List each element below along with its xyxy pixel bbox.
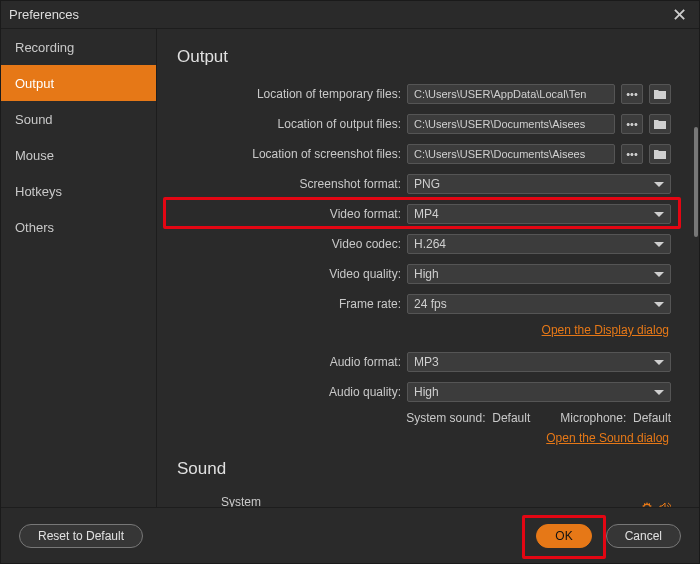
open-sound-dialog-link[interactable]: Open the Sound dialog: [546, 431, 669, 445]
sound-status-row: System sound: Default Microphone: Defaul…: [177, 411, 671, 425]
input-screenshot-location[interactable]: [407, 144, 615, 164]
label-audio-format: Audio format:: [177, 355, 407, 369]
chevron-down-icon: [654, 212, 664, 217]
row-audio-quality: Audio quality: High: [177, 381, 671, 403]
system-sound-status: System sound: Default: [406, 411, 530, 425]
ctrl-screenshot-format: PNG: [407, 174, 671, 194]
window-title: Preferences: [9, 7, 79, 22]
chevron-down-icon: [654, 182, 664, 187]
value-microphone: Default: [633, 411, 671, 425]
label-video-format: Video format:: [177, 207, 407, 221]
select-audio-quality[interactable]: High: [407, 382, 671, 402]
label-audio-quality: Audio quality:: [177, 385, 407, 399]
select-value: MP4: [414, 207, 439, 221]
row-frame-rate: Frame rate: 24 fps: [177, 293, 671, 315]
section-title-output: Output: [177, 47, 671, 67]
label-screenshot-format: Screenshot format:: [177, 177, 407, 191]
select-value: 24 fps: [414, 297, 447, 311]
select-value: High: [414, 385, 439, 399]
ctrl-video-codec: H.264: [407, 234, 671, 254]
sidebar-item-label: Sound: [15, 112, 53, 127]
chevron-down-icon: [654, 302, 664, 307]
ctrl-output-location: •••: [407, 114, 671, 134]
chevron-down-icon: [654, 272, 664, 277]
label-system-sound: System sound:: [406, 411, 485, 425]
folder-icon[interactable]: [649, 114, 671, 134]
row-audio-format: Audio format: MP3: [177, 351, 671, 373]
row-video-codec: Video codec: H.264: [177, 233, 671, 255]
select-audio-format[interactable]: MP3: [407, 352, 671, 372]
label-temp-location: Location of temporary files:: [177, 87, 407, 101]
label-frame-rate: Frame rate:: [177, 297, 407, 311]
select-video-format[interactable]: MP4: [407, 204, 671, 224]
display-dialog-link-row: Open the Display dialog: [177, 323, 671, 337]
microphone-status: Microphone: Default: [560, 411, 671, 425]
scrollbar[interactable]: [694, 127, 698, 237]
row-video-quality: Video quality: High: [177, 263, 671, 285]
sidebar-item-label: Others: [15, 220, 54, 235]
footer: Reset to Default OK Cancel: [1, 507, 699, 563]
ctrl-temp-location: •••: [407, 84, 671, 104]
footer-right-buttons: OK Cancel: [536, 524, 681, 548]
select-value: High: [414, 267, 439, 281]
folder-icon[interactable]: [649, 84, 671, 104]
scroll-area: Output Location of temporary files: ••• …: [157, 29, 691, 507]
ctrl-video-quality: High: [407, 264, 671, 284]
select-frame-rate[interactable]: 24 fps: [407, 294, 671, 314]
sidebar-item-label: Mouse: [15, 148, 54, 163]
label-screenshot-location: Location of screenshot files:: [177, 147, 407, 161]
select-value: PNG: [414, 177, 440, 191]
sidebar-item-recording[interactable]: Recording: [1, 29, 156, 65]
ctrl-video-format: MP4: [407, 204, 671, 224]
row-video-format: Video format: MP4: [177, 203, 671, 225]
ok-button[interactable]: OK: [536, 524, 591, 548]
browse-icon[interactable]: •••: [621, 114, 643, 134]
label-output-location: Location of output files:: [177, 117, 407, 131]
row-screenshot-format: Screenshot format: PNG: [177, 173, 671, 195]
section-title-sound: Sound: [177, 459, 671, 479]
ctrl-frame-rate: 24 fps: [407, 294, 671, 314]
chevron-down-icon: [654, 390, 664, 395]
row-screenshot-location: Location of screenshot files: •••: [177, 143, 671, 165]
sidebar-item-others[interactable]: Others: [1, 209, 156, 245]
select-video-quality[interactable]: High: [407, 264, 671, 284]
reset-to-default-button[interactable]: Reset to Default: [19, 524, 143, 548]
select-value: H.264: [414, 237, 446, 251]
chevron-down-icon: [654, 360, 664, 365]
ctrl-audio-format: MP3: [407, 352, 671, 372]
sidebar: Recording Output Sound Mouse Hotkeys Oth…: [1, 29, 157, 507]
value-system-sound: Default: [492, 411, 530, 425]
select-video-codec[interactable]: H.264: [407, 234, 671, 254]
titlebar: Preferences ✕: [1, 1, 699, 29]
sidebar-item-label: Hotkeys: [15, 184, 62, 199]
sidebar-item-sound[interactable]: Sound: [1, 101, 156, 137]
row-temp-location: Location of temporary files: •••: [177, 83, 671, 105]
sidebar-item-output[interactable]: Output: [1, 65, 156, 101]
window-body: Recording Output Sound Mouse Hotkeys Oth…: [1, 29, 699, 507]
select-screenshot-format[interactable]: PNG: [407, 174, 671, 194]
label-video-codec: Video codec:: [177, 237, 407, 251]
input-output-location[interactable]: [407, 114, 615, 134]
row-system-sound-slider: System sound:: [177, 495, 671, 507]
cancel-button[interactable]: Cancel: [606, 524, 681, 548]
open-display-dialog-link[interactable]: Open the Display dialog: [542, 323, 669, 337]
sidebar-item-hotkeys[interactable]: Hotkeys: [1, 173, 156, 209]
sound-dialog-link-row: Open the Sound dialog: [177, 431, 671, 445]
sidebar-item-mouse[interactable]: Mouse: [1, 137, 156, 173]
browse-icon[interactable]: •••: [621, 144, 643, 164]
input-temp-location[interactable]: [407, 84, 615, 104]
label-video-quality: Video quality:: [177, 267, 407, 281]
preferences-window: Preferences ✕ Recording Output Sound Mou…: [0, 0, 700, 564]
ctrl-audio-quality: High: [407, 382, 671, 402]
folder-icon[interactable]: [649, 144, 671, 164]
sidebar-item-label: Output: [15, 76, 54, 91]
label-microphone: Microphone:: [560, 411, 626, 425]
select-value: MP3: [414, 355, 439, 369]
main-pane: Output Location of temporary files: ••• …: [157, 29, 699, 507]
row-output-location: Location of output files: •••: [177, 113, 671, 135]
close-icon[interactable]: ✕: [667, 4, 691, 26]
label-system-sound-slider: System sound:: [177, 495, 281, 507]
browse-icon[interactable]: •••: [621, 84, 643, 104]
sidebar-item-label: Recording: [15, 40, 74, 55]
ctrl-screenshot-location: •••: [407, 144, 671, 164]
